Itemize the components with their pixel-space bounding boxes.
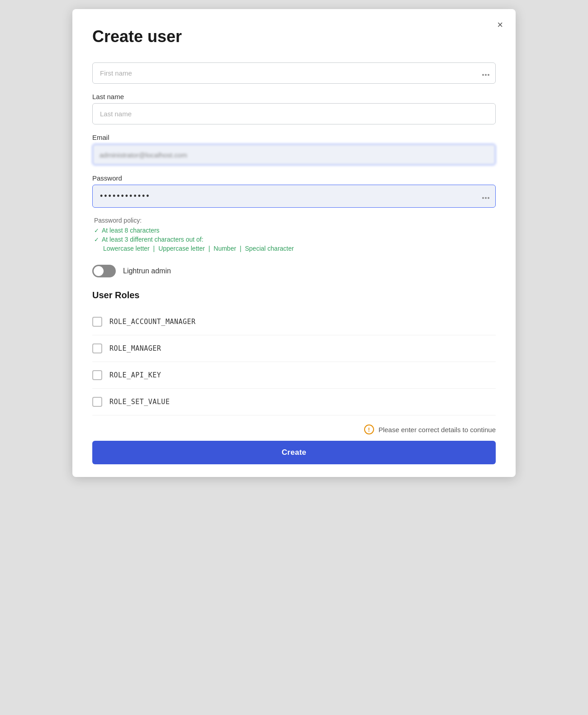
modal-footer: ! Please enter correct details to contin… <box>72 420 516 477</box>
admin-toggle-row: Lightrun admin <box>92 265 496 277</box>
policy-title: Password policy: <box>94 217 496 224</box>
role-item-set-value: ROLE_SET_VALUE <box>92 389 496 415</box>
first-name-group <box>92 62 496 84</box>
role-label-account-manager: ROLE_ACCOUNT_MANAGER <box>109 318 196 326</box>
modal-title: Create user <box>92 27 496 46</box>
sep-2: | <box>209 245 212 252</box>
role-checkbox-api-key[interactable] <box>92 370 102 380</box>
last-name-input[interactable] <box>92 103 496 124</box>
check-icon-1: ✓ <box>94 227 99 234</box>
role-label-api-key: ROLE_API_KEY <box>109 371 161 379</box>
first-name-input[interactable] <box>92 62 496 84</box>
error-banner: ! Please enter correct details to contin… <box>92 420 496 441</box>
role-checkbox-set-value[interactable] <box>92 397 102 407</box>
sep-3: | <box>240 245 243 252</box>
char-type-special: Special character <box>245 245 294 252</box>
role-label-set-value: ROLE_SET_VALUE <box>109 398 170 406</box>
password-wrapper <box>92 185 496 208</box>
email-group: Email administrator@localhost.com <box>92 133 496 165</box>
check-icon-2: ✓ <box>94 236 99 243</box>
role-item-account-manager: ROLE_ACCOUNT_MANAGER <box>92 309 496 335</box>
role-checkbox-account-manager[interactable] <box>92 317 102 327</box>
password-policy: Password policy: ✓ At least 8 characters… <box>92 217 496 252</box>
password-label: Password <box>92 174 496 182</box>
role-item-api-key: ROLE_API_KEY <box>92 362 496 389</box>
user-roles-section: User Roles ROLE_ACCOUNT_MANAGER ROLE_MAN… <box>92 290 496 415</box>
email-input[interactable] <box>92 144 496 165</box>
char-type-lowercase: Lowercase letter <box>103 245 150 252</box>
warning-icon: ! <box>364 424 374 434</box>
admin-toggle[interactable] <box>92 265 116 277</box>
user-roles-title: User Roles <box>92 290 496 300</box>
sep-1: | <box>153 245 157 252</box>
create-button[interactable]: Create <box>92 441 496 464</box>
policy-rule-2: ✓ At least 3 different characters out of… <box>94 236 496 243</box>
role-item-manager: ROLE_MANAGER <box>92 335 496 362</box>
password-input[interactable] <box>92 185 496 208</box>
close-button[interactable]: × <box>495 18 505 32</box>
admin-toggle-label: Lightrun admin <box>123 267 171 275</box>
first-name-wrapper <box>92 62 496 84</box>
char-type-number: Number <box>213 245 236 252</box>
role-checkbox-manager[interactable] <box>92 343 102 353</box>
policy-character-types: Lowercase letter | Uppercase letter | Nu… <box>103 245 496 252</box>
last-name-label: Last name <box>92 93 496 100</box>
toggle-slider <box>92 265 116 277</box>
password-group: Password <box>92 174 496 208</box>
role-label-manager: ROLE_MANAGER <box>109 344 161 353</box>
char-type-uppercase: Uppercase letter <box>158 245 205 252</box>
email-label: Email <box>92 133 496 141</box>
email-wrapper: administrator@localhost.com <box>92 144 496 165</box>
create-user-modal: × Create user Last name Email administra… <box>72 9 516 477</box>
policy-rule-1: ✓ At least 8 characters <box>94 227 496 234</box>
error-message: Please enter correct details to continue <box>379 426 496 434</box>
last-name-group: Last name <box>92 93 496 124</box>
